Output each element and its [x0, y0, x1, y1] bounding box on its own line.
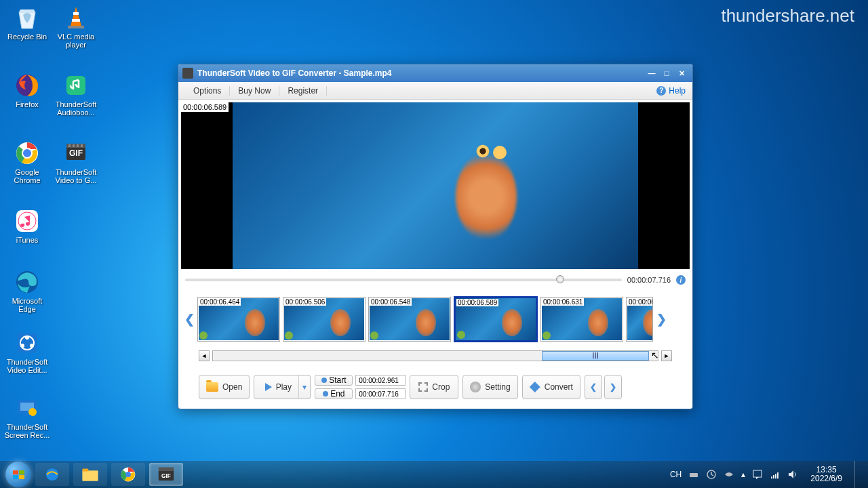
volume-icon[interactable] [787, 469, 798, 480]
language-indicator[interactable]: CH [670, 470, 682, 479]
svg-rect-38 [771, 476, 772, 479]
desktop-icon-thundersoft-screenrec[interactable]: ThunderSoft Screen Rec... [4, 394, 50, 439]
taskbar-chrome[interactable] [111, 463, 145, 486]
convert-icon [530, 382, 540, 392]
end-time-button[interactable]: End [315, 388, 353, 399]
nav-prev-button[interactable]: ❮ [585, 375, 602, 399]
menu-register[interactable]: Register [279, 86, 327, 96]
thumb-timestamp: 00:00:06.631 [542, 298, 584, 306]
playback-slider[interactable] [185, 279, 622, 281]
svg-rect-40 [775, 474, 776, 479]
tray-icon[interactable] [706, 469, 717, 480]
preview-timestamp: 00:00:06.589 [181, 102, 229, 112]
firefox-icon [14, 72, 41, 99]
network-icon[interactable] [770, 469, 781, 480]
chevron-down-icon: ▾ [302, 382, 307, 392]
windows-logo-icon [13, 470, 24, 479]
crop-label: Crop [432, 382, 450, 392]
titlebar[interactable]: ThunderSoft Video to GIF Converter - Sam… [178, 64, 692, 82]
strip-prev-button[interactable]: ❮ [184, 306, 195, 333]
taskbar-ie[interactable] [35, 463, 69, 486]
desktop-icon-thundersoft-audiobook[interactable]: ThunderSoft Audioboo... [53, 72, 99, 117]
menu-help[interactable]: ? Help [656, 86, 686, 96]
strip-next-button[interactable]: ❯ [656, 306, 667, 333]
minimize-button[interactable]: — [645, 68, 658, 79]
action-center-icon[interactable] [752, 469, 763, 480]
video-preview[interactable]: 00:00:06.589 [181, 102, 690, 269]
desktop-icon-edge[interactable]: Microsoft Edge [4, 268, 50, 313]
icon-label: ThunderSoft Video to G... [53, 168, 99, 184]
horizontal-scrollbar: ◄ III ↖ ► [178, 348, 692, 364]
thumb-marker-icon [542, 331, 551, 340]
show-desktop-button[interactable] [854, 461, 863, 488]
svg-rect-29 [82, 469, 88, 472]
taskbar-explorer[interactable] [73, 463, 107, 486]
play-label: Play [276, 382, 292, 392]
chrome-icon [14, 140, 41, 167]
end-label: End [330, 389, 344, 399]
edge-icon [14, 268, 41, 296]
desktop-icon-recycle-bin[interactable]: Recycle Bin [4, 4, 50, 41]
tray-chevron-up-icon[interactable]: ▴ [741, 470, 745, 479]
scroll-track[interactable]: III ↖ [212, 350, 658, 361]
maximize-button[interactable]: □ [660, 68, 673, 79]
time-range-group: Start 00:00:02.961 End 00:00:07.716 [315, 375, 406, 399]
thumbnail-frame[interactable]: 00:00:06.548 [368, 297, 451, 342]
vlc-icon [62, 4, 90, 31]
desktop-icon-thundersoft-editor[interactable]: ThunderSoft Video Edit... [4, 329, 50, 374]
thumb-timestamp: 00:00:06.589 [456, 299, 498, 306]
svg-rect-39 [773, 475, 774, 479]
thumbnail-frame[interactable]: 00:00:06.631 [540, 297, 623, 342]
play-dropdown-button[interactable]: ▾ [298, 375, 311, 399]
svg-point-22 [20, 344, 24, 348]
start-time-button[interactable]: Start [315, 375, 353, 386]
folder-icon [81, 467, 99, 482]
playback-slider-row: 00:00:07.716 i [178, 272, 692, 288]
scroll-left-button[interactable]: ◄ [199, 350, 210, 361]
tray-icon[interactable] [688, 469, 699, 480]
convert-button[interactable]: Convert [522, 375, 580, 399]
close-button[interactable]: ✕ [675, 68, 688, 79]
taskbar-gif-converter[interactable]: GIF [149, 463, 183, 486]
setting-button[interactable]: Setting [462, 375, 517, 399]
svg-rect-28 [82, 470, 98, 481]
menu-buy-now[interactable]: Buy Now [230, 86, 279, 96]
start-button[interactable] [5, 462, 31, 487]
play-icon [265, 383, 272, 391]
recycle-bin-icon [14, 4, 41, 31]
icon-label: Recycle Bin [4, 33, 50, 41]
svg-text:GIF: GIF [69, 148, 83, 158]
desktop-icon-thundersoft-gif[interactable]: GIF ThunderSoft Video to G... [53, 140, 99, 184]
thumb-marker-icon [457, 331, 465, 339]
thumbnail-frame[interactable]: 00:00:06.464 [197, 297, 280, 342]
scroll-right-button[interactable]: ► [661, 350, 672, 361]
help-icon: ? [656, 86, 666, 96]
desktop-icon-vlc[interactable]: VLC media player [53, 4, 99, 49]
slider-thumb[interactable] [556, 275, 564, 283]
menubar: Options Buy Now Register ? Help [178, 82, 692, 100]
menu-options[interactable]: Options [185, 86, 230, 96]
start-time-value[interactable]: 00:00:02.961 [355, 375, 406, 386]
scroll-thumb[interactable]: III [542, 351, 648, 361]
nav-next-button[interactable]: ❯ [604, 375, 622, 399]
play-button[interactable]: Play [254, 375, 302, 399]
scroll-thumb-grip: III [592, 351, 599, 361]
tray-icon[interactable] [724, 469, 734, 480]
info-icon[interactable]: i [676, 275, 686, 285]
open-button[interactable]: Open [199, 375, 250, 399]
thumbnail-frame-selected[interactable]: 00:00:06.589 [454, 296, 538, 342]
svg-rect-26 [23, 415, 31, 416]
thumb-timestamp: 00:00:06.506 [284, 298, 326, 306]
thumbnail-strip: ❮ 00:00:06.464 00:00:06.506 00:00:06.548… [178, 293, 692, 345]
desktop-icon-chrome[interactable]: Google Chrome [4, 140, 50, 184]
svg-rect-10 [68, 144, 71, 147]
desktop-icon-firefox[interactable]: Firefox [4, 72, 50, 108]
desktop-icon-itunes[interactable]: iTunes [4, 207, 50, 244]
svg-rect-13 [81, 144, 83, 147]
taskbar-clock[interactable]: 13:35 2022/6/9 [810, 466, 842, 483]
crop-button[interactable]: Crop [410, 375, 458, 399]
thumbnail-frame[interactable]: 00:00:06.506 [283, 297, 366, 342]
end-time-value[interactable]: 00:00:07.716 [355, 388, 406, 399]
gif-app-icon: GIF [157, 466, 176, 483]
thumbnail-frame[interactable]: 00:00:06.0 [626, 297, 653, 342]
